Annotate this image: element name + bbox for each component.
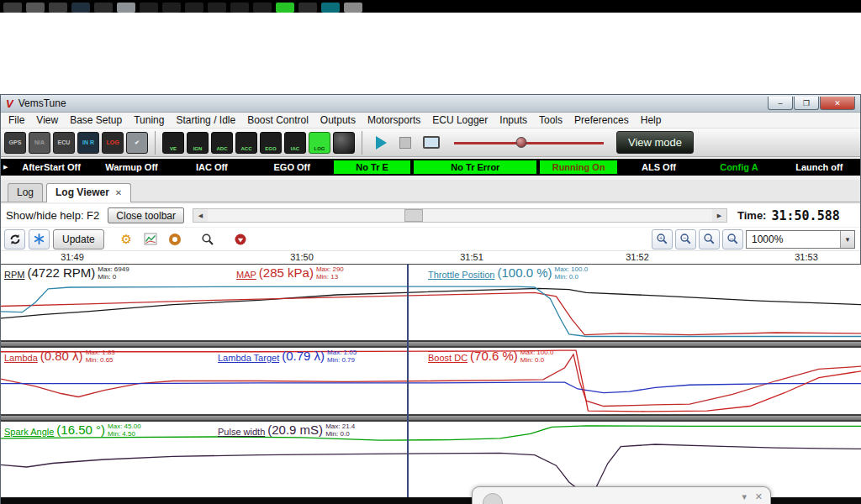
scrollbar-thumb[interactable] [404,209,423,222]
zoom-reset-button[interactable]: · [699,229,720,249]
signal-name[interactable]: Lambda [4,353,38,363]
trace-throttle-position [1,286,861,336]
scroll-left-icon[interactable]: ◀ [193,209,208,222]
update-button[interactable]: Update [53,229,104,249]
search-button[interactable] [198,229,219,249]
zoom-controls: +−·↔ 1000% ▾ [652,229,857,249]
scroll-right-icon[interactable]: ▶ [712,209,726,222]
minimize-button[interactable]: – [768,97,793,110]
zoom-level-select[interactable]: 1000% ▾ [746,230,855,249]
chart-config-button[interactable] [140,229,161,249]
status-iac-off: IAC Off [173,160,250,174]
panel-splitter[interactable] [1,341,861,347]
settings-gear-button[interactable]: ⚙ [116,229,137,249]
menu-item-outputs[interactable]: Outputs [314,113,362,128]
tab-log[interactable]: Log [8,183,43,202]
menu-item-motorsports[interactable]: Motorsports [362,113,426,128]
close-button[interactable]: ✕ [820,97,855,110]
signal-name[interactable]: Throttle Position [428,270,494,280]
time-cursor[interactable] [407,264,409,498]
signal-name[interactable]: RPM [4,270,24,280]
signal-name[interactable]: Boost DC [428,353,467,363]
toolbar-icon-iac[interactable]: IAC [284,132,306,154]
signal-minmax: Max: 45.00Min: 4.50 [108,423,141,438]
jump-marker-button[interactable] [230,229,251,249]
status-no-tr-error: No Tr Error [414,160,536,174]
menu-item-base-setup[interactable]: Base Setup [64,113,128,128]
menu-item-preferences[interactable]: Preferences [568,113,635,128]
view-mode-button[interactable]: View mode [616,131,694,154]
menu-item-tuning[interactable]: Tuning [128,113,170,128]
panel-splitter[interactable] [1,415,861,421]
signal-name[interactable]: Spark Angle [4,427,54,437]
status-config-a: Config A [700,160,777,174]
ring-button[interactable] [165,229,186,249]
menu-item-starting-idle[interactable]: Starting / Idle [170,113,241,128]
window-controls: – ❐ ✕ [768,97,855,110]
scrollbar-track[interactable] [208,209,712,222]
menu-item-help[interactable]: Help [635,113,668,128]
donut-icon [168,233,182,246]
horizontal-scrollbar[interactable]: ◀ ▶ [193,208,727,223]
zoom-out-button[interactable]: − [675,229,696,249]
signal-value: (0.79 λ) [282,349,325,364]
tab-log-viewer[interactable]: Log Viewer✕ [46,183,131,202]
playback-slider[interactable] [454,134,604,152]
top-strip-icon [71,3,90,13]
status-no-tr-e: No Tr E [334,160,410,174]
signal-name[interactable]: MAP [236,270,256,280]
toolbar-icon-in-r[interactable]: IN R [77,132,99,154]
signal-name[interactable]: Pulse width [218,427,265,437]
top-strip-icon [185,3,203,13]
stop-icon [399,137,411,149]
connect-device-button[interactable] [29,229,50,249]
maximize-button[interactable]: ❐ [794,97,819,110]
toolbar-icon-ego-cust[interactable]: EGO [260,132,282,154]
signal-name[interactable]: Lambda Target [218,353,279,363]
toolbar-icon-acc[interactable]: ACC [235,132,257,154]
menu-item-tools[interactable]: Tools [533,113,568,128]
popup-collapse-icon[interactable]: ▾ [742,491,747,502]
page-icon-group: VEIGNADCACCEGOIACLOG [162,132,355,154]
tab-close-icon[interactable]: ✕ [115,188,122,197]
toolbar-icon-gps[interactable]: GPS [4,132,26,154]
toolbar-icon-ecu[interactable]: ECU [53,132,75,154]
menu-item-ecu-logger[interactable]: ECU Logger [426,113,494,128]
slider-handle[interactable] [516,137,527,148]
toolbar-icon-sphere[interactable] [333,132,355,154]
popup-close-icon[interactable]: ✕ [755,491,763,502]
toolbar-icon-log[interactable]: LOG [102,132,124,154]
stop-button[interactable] [395,131,415,155]
help-row: Show/hide help: F2 Close toolbar ◀ ▶ Tim… [1,204,860,227]
close-toolbar-button[interactable]: Close toolbar [108,207,184,223]
display-icon [423,136,440,149]
signal-header-lambda: Lambda(0.80 λ)Max: 1.83Min: 0.65 [4,349,115,364]
toolbar-icon-tools[interactable]: ✔ [126,132,148,154]
menu-item-file[interactable]: File [3,113,30,128]
svg-text:↔: ↔ [729,235,735,241]
axis-tick: 31:53 [795,252,818,262]
vemstune-window: V VemsTune – ❐ ✕ FileViewBase SetupTunin… [0,94,861,504]
reload-log-button[interactable] [4,229,25,249]
menu-bar: FileViewBase SetupTuningStarting / IdleB… [1,113,860,129]
chevron-down-icon: ▾ [840,231,854,248]
signal-value: (285 kPa) [259,265,314,281]
menu-item-boost-control[interactable]: Boost Control [241,113,314,128]
top-strip-icon [3,3,22,13]
toolbar-icon-adc[interactable]: ADC [211,132,233,154]
zoom-fit-button[interactable]: ↔ [722,229,743,249]
toolbar-icon-na[interactable]: N/A [29,132,50,154]
signal-header-spark-angle: Spark Angle(16.50 °)Max: 45.00Min: 4.50 [4,423,141,438]
toolbar-icon-ign[interactable]: IGN [187,132,209,154]
menu-item-inputs[interactable]: Inputs [494,113,533,128]
play-button[interactable] [369,131,393,155]
menu-item-view[interactable]: View [30,113,64,128]
signal-minmax: Max: 21.4Min: 0.0 [325,423,355,438]
top-strip-icon [208,3,226,13]
time-value: 31:50.588 [771,208,839,223]
signal-minmax: Max: 6949Min: 0 [98,266,129,281]
zoom-in-button[interactable]: + [652,229,673,249]
toolbar-icon-ve[interactable]: VE [162,132,184,154]
toolbar-icon-log-view[interactable]: LOG [309,132,330,154]
zoom-in-icon: + [656,233,668,245]
